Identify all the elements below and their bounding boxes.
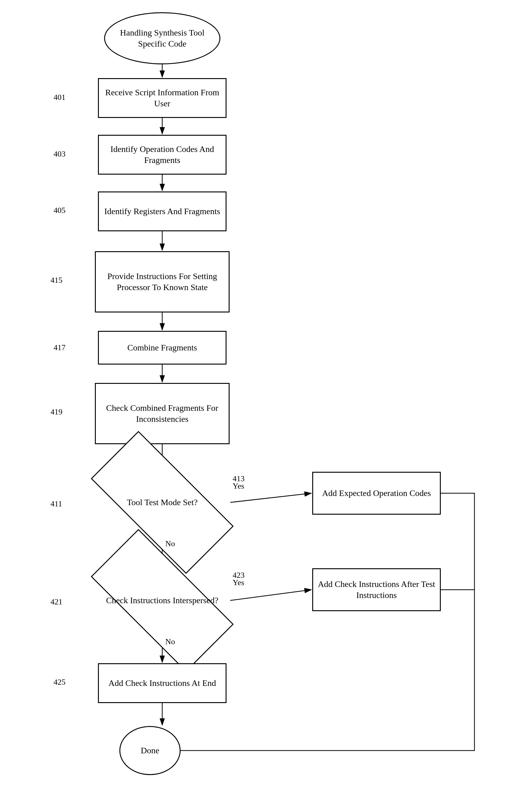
svg-line-10 <box>230 590 311 600</box>
flowchart: Handling Synthesis Tool Specific Code 40… <box>0 0 532 787</box>
label-411: 411 <box>50 499 62 509</box>
arrows-svg <box>0 0 532 787</box>
node-411: Tool Test Mode Set? <box>91 431 234 574</box>
start-node: Handling Synthesis Tool Specific Code <box>104 12 220 64</box>
node-413: Add Expected Operation Codes <box>312 472 441 515</box>
done-label: Done <box>141 745 159 756</box>
node-421: Check Instructions Interspersed? <box>91 529 234 672</box>
node-415: Provide Instructions For Setting Process… <box>95 251 229 313</box>
node-401: Receive Script Information From User <box>98 78 226 118</box>
node-411-inner: Tool Test Mode Set? <box>96 470 229 535</box>
node-423: Add Check Instructions After Test Instru… <box>312 568 441 611</box>
done-node: Done <box>119 726 181 775</box>
node-415-label: Provide Instructions For Setting Process… <box>96 271 229 293</box>
node-413-label: Add Expected Operation Codes <box>322 488 431 499</box>
label-425: 425 <box>53 678 66 687</box>
node-411-container: Tool Test Mode Set? <box>95 469 229 536</box>
node-417-label: Combine Fragments <box>127 342 197 353</box>
label-417: 417 <box>53 343 66 352</box>
label-401: 401 <box>53 93 66 102</box>
svg-line-8 <box>230 493 311 503</box>
node-403: Identify Operation Codes And Fragments <box>98 135 226 175</box>
label-no-411: No <box>165 539 175 548</box>
node-421-container: Check Instructions Interspersed? <box>95 567 229 634</box>
node-421-label: Check Instructions Interspersed? <box>106 595 219 606</box>
label-no-421: No <box>165 637 175 646</box>
node-405: Identify Registers And Fragments <box>98 191 226 231</box>
label-415: 415 <box>50 276 63 285</box>
label-yes-411: Yes <box>232 482 244 491</box>
label-yes-421: Yes <box>232 578 244 587</box>
node-419-label: Check Combined Fragments For Inconsisten… <box>96 403 229 425</box>
node-423-label: Add Check Instructions After Test Instru… <box>313 579 440 601</box>
node-411-label: Tool Test Mode Set? <box>127 497 197 508</box>
node-425-label: Add Check Instructions At End <box>108 678 216 689</box>
label-403: 403 <box>53 149 66 159</box>
label-421: 421 <box>50 597 63 607</box>
node-417: Combine Fragments <box>98 331 226 365</box>
label-405: 405 <box>53 206 66 215</box>
node-425: Add Check Instructions At End <box>98 663 226 703</box>
node-405-label: Identify Registers And Fragments <box>104 206 220 217</box>
node-403-label: Identify Operation Codes And Fragments <box>99 144 226 166</box>
node-419: Check Combined Fragments For Inconsisten… <box>95 383 229 444</box>
node-401-label: Receive Script Information From User <box>99 87 226 109</box>
node-421-inner: Check Instructions Interspersed? <box>96 568 229 633</box>
label-419: 419 <box>50 407 63 417</box>
start-label: Handling Synthesis Tool Specific Code <box>105 27 220 50</box>
